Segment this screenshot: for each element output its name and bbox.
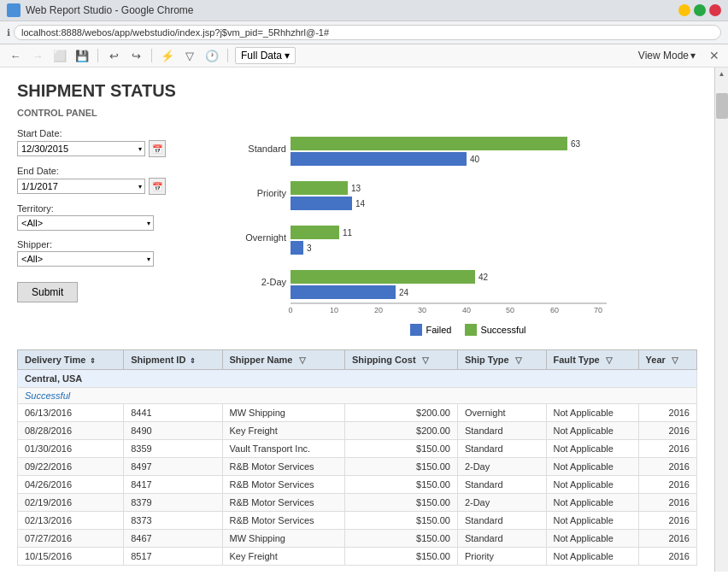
cell-year: 2016: [638, 548, 696, 566]
submit-button[interactable]: Submit: [17, 282, 78, 302]
address-input[interactable]: [14, 25, 721, 40]
successful-legend-box: [465, 324, 477, 336]
cell-year: 2016: [638, 512, 696, 530]
scrollbar[interactable]: ▲: [714, 67, 728, 572]
filter-button[interactable]: ⚡: [159, 47, 176, 64]
svg-text:0: 0: [288, 306, 292, 314]
cell-cost: $150.00: [345, 476, 458, 494]
cell-shipper: MW Shipping: [222, 404, 345, 422]
cell-date: 04/26/2016: [18, 476, 124, 494]
separator-1: [97, 49, 98, 62]
separator-3: [227, 49, 228, 62]
col-shipper-name-label: Shipper Name: [230, 355, 293, 365]
shipping-cost-filter-icon[interactable]: ▽: [422, 355, 429, 365]
scroll-up-arrow[interactable]: ▲: [716, 67, 728, 79]
svg-text:60: 60: [550, 306, 559, 314]
save-button[interactable]: 💾: [73, 47, 91, 64]
minimize-button[interactable]: [678, 4, 690, 16]
end-date-select[interactable]: 1/1/2017: [17, 179, 145, 194]
forward-button[interactable]: →: [29, 47, 46, 64]
table-body: Central, USASuccessful 06/13/2016 8441 M…: [18, 370, 697, 566]
cell-type: Standard: [457, 530, 546, 548]
col-shipping-cost-label: Shipping Cost: [352, 355, 416, 365]
shipper-name-filter-icon[interactable]: ▽: [299, 355, 306, 365]
toolbar: ← → ⬜ 💾 ↩ ↪ ⚡ ▽ 🕐 Full Data ▾ View Mode …: [0, 44, 728, 67]
start-date-calendar[interactable]: 📅: [149, 140, 166, 157]
territory-select[interactable]: <All>: [17, 215, 154, 231]
control-panel-label: CONTROL PANEL: [17, 108, 697, 118]
fault-type-filter-icon[interactable]: ▽: [606, 355, 613, 365]
cell-id: 8517: [124, 548, 222, 566]
end-date-calendar[interactable]: 📅: [149, 178, 166, 195]
cell-shipper: Vault Transport Inc.: [222, 440, 345, 458]
shipment-id-sort-icon[interactable]: ⇕: [190, 357, 196, 365]
start-date-select[interactable]: 12/30/2015: [17, 141, 145, 156]
scroll-thumb[interactable]: [716, 93, 728, 119]
cell-date: 09/22/2016: [18, 458, 124, 476]
svg-text:50: 50: [506, 306, 514, 314]
cell-fault: Not Applicable: [546, 440, 638, 458]
cell-fault: Not Applicable: [546, 458, 638, 476]
col-delivery-time-label: Delivery Time: [25, 355, 85, 365]
window-controls: [678, 4, 721, 16]
territory-label: Territory:: [17, 203, 222, 214]
col-shipment-id-label: Shipment ID: [131, 355, 185, 365]
cell-year: 2016: [638, 422, 696, 440]
col-shipper-name: Shipper Name ▽: [222, 350, 345, 370]
cell-id: 8379: [124, 494, 222, 512]
cell-year: 2016: [638, 458, 696, 476]
undo-button[interactable]: ↩: [105, 47, 122, 64]
data-table: Delivery Time ⇕ Shipment ID ⇕ Shipper Na…: [17, 349, 697, 566]
close-window-button[interactable]: [709, 4, 721, 16]
table-row: 02/13/2016 8373 R&B Motor Services $150.…: [18, 512, 697, 530]
cell-type: Priority: [457, 548, 546, 566]
svg-text:3: 3: [307, 244, 312, 253]
cell-year: 2016: [638, 476, 696, 494]
svg-text:Standard: Standard: [248, 144, 286, 154]
maximize-button[interactable]: [694, 4, 706, 16]
view-mode-button[interactable]: View Mode ▾: [638, 50, 696, 62]
territory-group: Territory: <All> ▾: [17, 203, 222, 231]
page-area: SHIPMENT STATUS CONTROL PANEL Start Date…: [0, 67, 714, 572]
cell-cost: $150.00: [345, 548, 458, 566]
table-row: 10/15/2016 8517 Key Freight $150.00 Prio…: [18, 548, 697, 566]
shipper-row: <All> ▾: [17, 251, 222, 267]
controls-left: Start Date: 12/30/2015 ▾ 📅 End Date:: [17, 128, 222, 336]
delivery-time-sort-icon[interactable]: ⇕: [90, 357, 96, 365]
end-date-label: End Date:: [17, 166, 222, 176]
cell-cost: $150.00: [345, 494, 458, 512]
svg-rect-12: [291, 226, 339, 239]
app-icon: [7, 3, 21, 17]
cell-fault: Not Applicable: [546, 530, 638, 548]
svg-text:42: 42: [478, 273, 489, 282]
filter2-button[interactable]: ▽: [181, 47, 198, 64]
full-data-dropdown[interactable]: Full Data ▾: [235, 47, 296, 64]
full-data-label: Full Data: [241, 50, 282, 62]
table-row: 04/26/2016 8417 R&B Motor Services $150.…: [18, 476, 697, 494]
cell-shipper: R&B Motor Services: [222, 512, 345, 530]
year-filter-icon[interactable]: ▽: [672, 355, 678, 365]
start-date-label: Start Date:: [17, 128, 222, 138]
cell-shipper: R&B Motor Services: [222, 458, 345, 476]
shipper-label: Shipper:: [17, 239, 222, 249]
svg-text:11: 11: [343, 228, 353, 238]
cell-id: 8490: [124, 422, 222, 440]
svg-text:Overnight: Overnight: [245, 232, 286, 243]
svg-text:Priority: Priority: [257, 188, 287, 198]
cell-year: 2016: [638, 404, 696, 422]
back-button[interactable]: ←: [7, 47, 24, 64]
clock-button[interactable]: 🕐: [203, 47, 220, 64]
ship-type-filter-icon[interactable]: ▽: [515, 355, 522, 365]
view-mode-label: View Mode: [638, 50, 689, 62]
new-tab-button[interactable]: ⬜: [51, 47, 68, 64]
cell-date: 01/30/2016: [18, 440, 124, 458]
control-panel: Start Date: 12/30/2015 ▾ 📅 End Date:: [17, 128, 697, 336]
failed-legend: Failed: [410, 324, 451, 336]
cell-type: 2-Day: [457, 458, 546, 476]
cell-id: 8441: [124, 404, 222, 422]
close-report-button[interactable]: ✕: [707, 49, 721, 62]
shipper-select[interactable]: <All>: [17, 251, 154, 267]
cell-type: Standard: [457, 512, 546, 530]
col-shipping-cost: Shipping Cost ▽: [345, 350, 458, 370]
redo-button[interactable]: ↪: [127, 47, 144, 64]
